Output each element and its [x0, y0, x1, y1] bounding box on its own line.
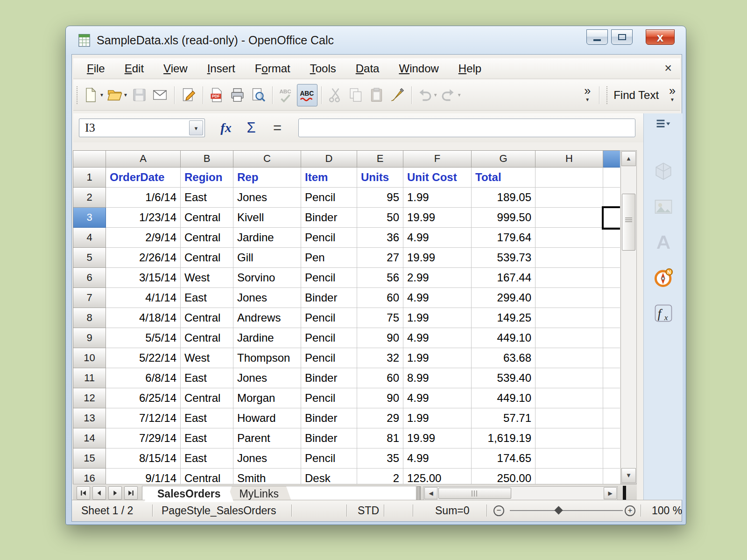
cell[interactable] — [603, 388, 620, 408]
page-style-indicator[interactable]: PageStyle_SalesOrders — [162, 500, 276, 521]
cell[interactable]: Jones — [233, 288, 301, 308]
cell[interactable]: Central — [181, 248, 233, 268]
spreadsheet-grid[interactable]: ABCDEFGH1OrderDateRegionRepItemUnitsUnit… — [73, 150, 620, 484]
cell[interactable]: Total — [472, 168, 536, 188]
cell[interactable]: Sorvino — [233, 268, 301, 288]
close-button[interactable]: x — [646, 29, 675, 45]
scroll-left-button[interactable]: ◀ — [424, 487, 437, 499]
cell[interactable]: 6/25/14 — [106, 388, 181, 408]
navigator-icon[interactable]: N — [652, 266, 675, 289]
minimize-button[interactable] — [586, 29, 608, 45]
cell[interactable]: Gill — [233, 248, 301, 268]
new-document-dropdown-icon[interactable]: ▼ — [99, 92, 104, 98]
row-header-12[interactable]: 12 — [73, 388, 106, 408]
menu-help[interactable]: Help — [449, 59, 491, 78]
menu-view[interactable]: View — [154, 59, 197, 78]
cell[interactable]: 299.40 — [472, 288, 536, 308]
open-folder-button[interactable]: ▼ — [106, 84, 129, 107]
row-header-11[interactable]: 11 — [73, 368, 106, 388]
cell[interactable]: Rep — [233, 168, 301, 188]
properties-icon[interactable] — [652, 160, 675, 182]
cell[interactable]: 179.64 — [472, 228, 536, 248]
row-header-3[interactable]: 3 — [73, 208, 106, 228]
cell[interactable] — [603, 368, 620, 388]
cell[interactable] — [536, 428, 603, 448]
cell[interactable] — [536, 388, 603, 408]
spellcheck-button[interactable]: ABC — [276, 84, 297, 107]
cell[interactable] — [536, 168, 603, 188]
cell[interactable]: Pencil — [301, 268, 357, 288]
cell[interactable]: Kivell — [233, 208, 301, 228]
cell[interactable]: Pencil — [301, 388, 357, 408]
cell[interactable] — [536, 448, 603, 469]
cell[interactable]: 90 — [357, 328, 403, 348]
email-button[interactable] — [150, 84, 170, 107]
cell[interactable] — [536, 208, 603, 228]
cell[interactable]: East — [181, 368, 233, 388]
cell[interactable]: 1.99 — [403, 188, 472, 208]
cell[interactable] — [536, 469, 603, 484]
row-header-14[interactable]: 14 — [73, 428, 106, 448]
zoom-in-button[interactable]: + — [625, 505, 635, 516]
row-header-1[interactable]: 1 — [73, 168, 106, 188]
row-header-10[interactable]: 10 — [73, 348, 106, 368]
column-header-D[interactable]: D — [301, 151, 357, 168]
cell[interactable] — [603, 428, 620, 448]
namebox-dropdown-button[interactable]: ▼ — [189, 120, 203, 135]
toolbar-grip[interactable] — [77, 86, 78, 104]
cell[interactable]: Binder — [301, 208, 357, 228]
edit-file-button[interactable] — [178, 84, 199, 107]
select-all-corner[interactable] — [73, 151, 106, 168]
column-header-G[interactable]: G — [472, 151, 536, 168]
scroll-right-button[interactable]: ▶ — [604, 487, 617, 499]
cell[interactable] — [603, 228, 620, 248]
row-header-5[interactable]: 5 — [73, 248, 106, 268]
cell[interactable] — [536, 408, 603, 428]
cell[interactable]: 149.25 — [472, 308, 536, 328]
cell[interactable]: 539.40 — [472, 368, 536, 388]
cell[interactable] — [603, 469, 620, 484]
maximize-button[interactable] — [611, 29, 633, 45]
cell[interactable]: 1.99 — [403, 408, 472, 428]
page-preview-button[interactable] — [248, 84, 268, 107]
cell[interactable]: 449.10 — [472, 388, 536, 408]
sum-icon[interactable]: Σ — [240, 118, 262, 138]
zoom-slider-thumb[interactable] — [554, 506, 563, 514]
cell[interactable]: 4.99 — [403, 388, 472, 408]
cell[interactable]: 7/12/14 — [106, 408, 181, 428]
last-sheet-button[interactable] — [124, 486, 138, 500]
save-button[interactable] — [129, 84, 150, 107]
cell[interactable]: Central — [181, 388, 233, 408]
cell[interactable]: Central — [181, 208, 233, 228]
cell[interactable]: 1/6/14 — [106, 188, 181, 208]
row-header-13[interactable]: 13 — [73, 408, 106, 428]
undo-button[interactable]: ▼ — [416, 84, 439, 107]
menu-window[interactable]: Window — [389, 59, 448, 78]
cell[interactable]: Jones — [233, 368, 301, 388]
cell[interactable]: 60 — [357, 368, 403, 388]
cell[interactable]: 3/15/14 — [106, 268, 181, 288]
sum-indicator[interactable]: Sum=0 — [435, 500, 470, 521]
cell[interactable]: 60 — [357, 288, 403, 308]
cell[interactable]: 4.99 — [403, 448, 472, 469]
cell[interactable] — [536, 348, 603, 368]
formula-input[interactable] — [298, 119, 635, 137]
sidebar-toggle-icon[interactable] — [655, 117, 672, 130]
cell[interactable]: 2/9/14 — [106, 228, 181, 248]
selection-mode-indicator[interactable]: STD — [358, 500, 379, 521]
cell[interactable]: Central — [181, 328, 233, 348]
titlebar[interactable]: SampleData.xls (read-only) - OpenOffice … — [66, 26, 686, 54]
column-header-E[interactable]: E — [357, 151, 403, 168]
cell[interactable]: 5/5/14 — [106, 328, 181, 348]
scroll-up-button[interactable]: ▲ — [621, 151, 636, 166]
cell[interactable]: Morgan — [233, 388, 301, 408]
cell[interactable]: East — [181, 428, 233, 448]
cell[interactable]: 7/29/14 — [106, 428, 181, 448]
cell[interactable]: 4.99 — [403, 228, 472, 248]
menu-data[interactable]: Data — [346, 59, 389, 78]
column-header-H[interactable]: H — [536, 151, 603, 168]
styles-icon[interactable] — [652, 231, 675, 253]
cell[interactable]: 56 — [357, 268, 403, 288]
cell[interactable]: 36 — [357, 228, 403, 248]
cell[interactable]: East — [181, 188, 233, 208]
